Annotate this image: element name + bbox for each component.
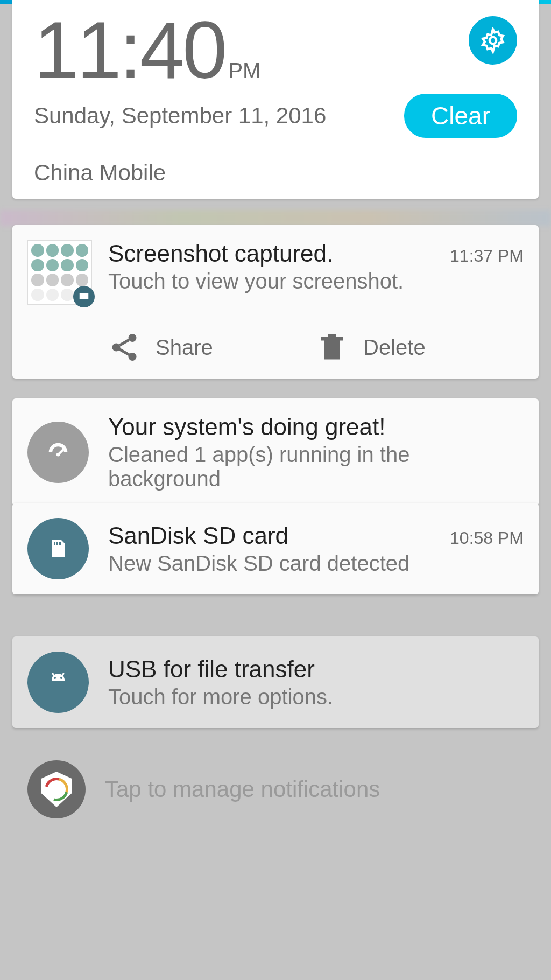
notification-time: 11:37 PM <box>450 246 524 266</box>
clock: 11:40 PM <box>34 10 260 90</box>
background-blur <box>0 210 551 226</box>
settings-button[interactable] <box>469 16 517 65</box>
manage-notifications-row[interactable]: Tap to manage notifications <box>12 751 539 828</box>
notification-screenshot[interactable]: Screenshot captured. 11:37 PM Touch to v… <box>12 225 539 379</box>
share-icon <box>108 331 140 363</box>
image-badge-icon <box>73 286 95 307</box>
notification-subtitle: Touch to view your screenshot. <box>108 269 524 293</box>
notification-subtitle: Cleaned 1 app(s) running in the backgrou… <box>108 443 524 491</box>
svg-rect-6 <box>56 542 58 545</box>
time-value: 11:40 <box>34 10 225 90</box>
sdcard-icon <box>27 518 89 579</box>
screenshot-thumbnail <box>27 240 92 305</box>
svg-point-2 <box>112 344 121 352</box>
svg-point-1 <box>129 334 137 342</box>
notification-subtitle: New SanDisk SD card detected <box>108 551 524 576</box>
notification-sdcard[interactable]: SanDisk SD card 10:58 PM New SanDisk SD … <box>12 503 539 594</box>
notification-usb[interactable]: USB for file transfer Touch for more opt… <box>12 636 539 728</box>
svg-point-9 <box>60 677 62 679</box>
trash-icon <box>316 331 348 363</box>
time-ampm: PM <box>228 59 260 83</box>
manage-label: Tap to manage notifications <box>105 776 380 802</box>
notification-title: USB for file transfer <box>108 656 524 683</box>
speedometer-icon <box>27 422 89 483</box>
notification-title: Your system's doing great! <box>108 414 524 440</box>
notification-title: Screenshot captured. <box>108 240 333 267</box>
notification-time: 10:58 PM <box>450 528 524 548</box>
clear-button[interactable]: Clear <box>404 94 517 138</box>
delete-button[interactable]: Delete <box>316 331 524 363</box>
svg-point-3 <box>129 353 137 361</box>
svg-point-8 <box>54 677 56 679</box>
share-label: Share <box>156 335 213 360</box>
share-button[interactable]: Share <box>108 331 316 363</box>
gear-icon <box>479 27 506 54</box>
card-divider <box>27 319 524 319</box>
date-label: Sunday, September 11, 2016 <box>34 103 326 129</box>
shield-icon <box>27 760 86 818</box>
android-icon <box>27 652 89 713</box>
header-divider <box>34 150 517 150</box>
notification-title: SanDisk SD card <box>108 522 288 549</box>
notification-shade-header: 11:40 PM Sunday, September 11, 2016 Clea… <box>12 0 539 199</box>
svg-rect-7 <box>59 542 61 545</box>
notification-subtitle: Touch for more options. <box>108 685 524 709</box>
delete-label: Delete <box>363 335 426 360</box>
notification-system[interactable]: Your system's doing great! Cleaned 1 app… <box>12 398 539 506</box>
svg-rect-5 <box>54 542 55 545</box>
carrier-label: China Mobile <box>34 160 517 186</box>
svg-point-0 <box>490 37 497 44</box>
